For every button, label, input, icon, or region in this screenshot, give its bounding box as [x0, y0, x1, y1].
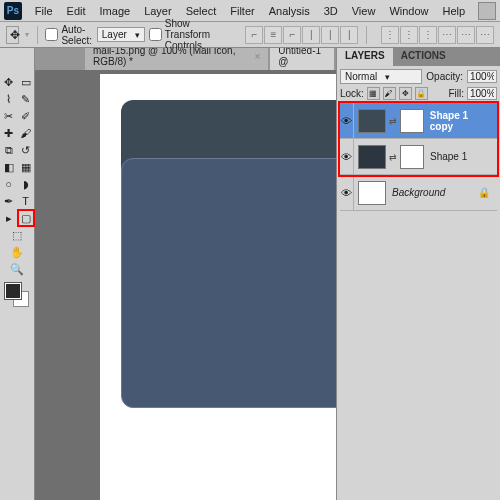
menu-edit[interactable]: Edit — [60, 5, 93, 17]
extras-icon[interactable] — [478, 2, 496, 20]
menu-image[interactable]: Image — [93, 5, 138, 17]
menu-window[interactable]: Window — [382, 5, 435, 17]
document-tab-2[interactable]: Untitled-1 @ — [270, 48, 334, 70]
layer-thumbnail[interactable] — [358, 181, 386, 205]
actions-panel-tab[interactable]: ACTIONS — [393, 48, 454, 66]
marquee-tool[interactable]: ▭ — [18, 74, 34, 90]
dodge-tool[interactable]: ◗ — [18, 176, 34, 192]
pen-tool[interactable]: ✒ — [1, 193, 17, 209]
menu-3d[interactable]: 3D — [317, 5, 345, 17]
menu-filter[interactable]: Filter — [223, 5, 261, 17]
eraser-tool[interactable]: ◧ — [1, 159, 17, 175]
auto-select-target-dropdown[interactable]: Layer — [97, 27, 145, 42]
quick-select-tool[interactable]: ✎ — [18, 91, 34, 107]
photoshop-logo-icon: Ps — [4, 2, 22, 20]
blend-mode-dropdown[interactable]: Normal — [340, 69, 422, 84]
auto-select-checkbox[interactable]: Auto-Select: — [45, 24, 92, 46]
layers-panel: Normal Opacity: Lock: ▦ 🖌 ✥ 🔒 Fill: 👁 ⇄ — [337, 66, 500, 500]
move-tool[interactable]: ✥ — [1, 74, 17, 90]
canvas-area: mail-15.png @ 100% (Mail Icon, RGB/8) *×… — [35, 48, 336, 500]
visibility-toggle-icon[interactable]: 👁 — [340, 139, 354, 175]
menu-file[interactable]: File — [28, 5, 60, 17]
align-hcenter-icon[interactable]: | — [321, 26, 339, 44]
workspace: ✥ ▭ ⌇ ✎ ✂ ✐ ✚ 🖌 ⧉ ↺ ◧ ▦ ○ ◗ ✒ T ▸ ▢ ⬚ ✋ … — [0, 48, 500, 500]
layers-panel-tab[interactable]: LAYERS — [337, 48, 393, 66]
layer-name[interactable]: Shape 1 — [430, 151, 467, 162]
distribute-right-icon[interactable]: ⋯ — [476, 26, 494, 44]
stamp-tool[interactable]: ⧉ — [1, 142, 17, 158]
right-panel: LAYERS ACTIONS Normal Opacity: Lock: ▦ 🖌… — [336, 48, 500, 500]
distribute-hcenter-icon[interactable]: ⋯ — [457, 26, 475, 44]
align-bottom-icon[interactable]: ⌐ — [283, 26, 301, 44]
eyedropper-tool[interactable]: ✐ — [18, 108, 34, 124]
layer-name[interactable]: Background — [392, 187, 445, 198]
lock-transparency-icon[interactable]: ▦ — [367, 87, 380, 100]
layer-row-shape-1-copy[interactable]: 👁 ⇄ Shape 1 copy — [340, 103, 497, 139]
vector-mask-thumbnail[interactable] — [400, 145, 424, 169]
distribute-top-icon[interactable]: ⋮ — [381, 26, 399, 44]
layer-thumbnail[interactable] — [358, 109, 386, 133]
3d-tool[interactable]: ⬚ — [9, 227, 25, 243]
move-tool-icon — [6, 26, 19, 44]
brush-tool[interactable]: 🖌 — [18, 125, 34, 141]
menu-layer[interactable]: Layer — [137, 5, 179, 17]
history-brush-tool[interactable]: ↺ — [18, 142, 34, 158]
zoom-tool[interactable]: 🔍 — [9, 261, 25, 277]
toolbox: ✥ ▭ ⌇ ✎ ✂ ✐ ✚ 🖌 ⧉ ↺ ◧ ▦ ○ ◗ ✒ T ▸ ▢ ⬚ ✋ … — [0, 48, 35, 500]
close-tab-icon[interactable]: × — [254, 51, 260, 62]
fill-label: Fill: — [448, 88, 464, 99]
separator — [366, 26, 367, 44]
layer-thumbnail[interactable] — [358, 145, 386, 169]
layer-row-shape-1[interactable]: 👁 ⇄ Shape 1 — [340, 139, 497, 175]
align-vcenter-icon[interactable]: ≡ — [264, 26, 282, 44]
auto-select-label: Auto-Select: — [61, 24, 92, 46]
visibility-toggle-icon[interactable]: 👁 — [340, 103, 354, 139]
rounded-rectangle-tool[interactable]: ▢ — [18, 210, 34, 226]
fill-input[interactable] — [467, 87, 497, 100]
tool-preset-dropdown-icon[interactable]: ▾ — [25, 30, 29, 39]
lock-icon: 🔒 — [478, 187, 490, 198]
layer-row-background[interactable]: 👁 Background 🔒 — [340, 175, 497, 211]
opacity-input[interactable] — [467, 70, 497, 83]
canvas-shape-1[interactable] — [121, 158, 336, 408]
type-tool[interactable]: T — [18, 193, 34, 209]
distribute-left-icon[interactable]: ⋯ — [438, 26, 456, 44]
color-swatch[interactable] — [5, 283, 29, 307]
path-select-tool[interactable]: ▸ — [1, 210, 17, 226]
distribute-vcenter-icon[interactable]: ⋮ — [400, 26, 418, 44]
document-tab-bar: mail-15.png @ 100% (Mail Icon, RGB/8) *×… — [35, 48, 336, 70]
separator — [37, 26, 38, 44]
menu-select[interactable]: Select — [179, 5, 224, 17]
distribute-bottom-icon[interactable]: ⋮ — [419, 26, 437, 44]
distribute-buttons-group: ⋮ ⋮ ⋮ ⋯ ⋯ ⋯ — [381, 26, 494, 44]
lock-label: Lock: — [340, 88, 364, 99]
healing-tool[interactable]: ✚ — [1, 125, 17, 141]
document-tab-1[interactable]: mail-15.png @ 100% (Mail Icon, RGB/8) *× — [85, 48, 268, 70]
align-top-icon[interactable]: ⌐ — [245, 26, 263, 44]
main-menu-bar: Ps File Edit Image Layer Select Filter A… — [0, 0, 500, 22]
blur-tool[interactable]: ○ — [1, 176, 17, 192]
menu-help[interactable]: Help — [436, 5, 473, 17]
show-transform-checkbox[interactable]: Show Transform Controls — [149, 18, 236, 51]
lasso-tool[interactable]: ⌇ — [1, 91, 17, 107]
opacity-label: Opacity: — [426, 71, 463, 82]
vector-mask-link-icon[interactable]: ⇄ — [389, 116, 397, 126]
align-right-icon[interactable]: | — [340, 26, 358, 44]
foreground-color-swatch[interactable] — [5, 283, 21, 299]
gradient-tool[interactable]: ▦ — [18, 159, 34, 175]
vector-mask-thumbnail[interactable] — [400, 109, 424, 133]
visibility-toggle-icon[interactable]: 👁 — [340, 175, 354, 211]
layer-name[interactable]: Shape 1 copy — [430, 110, 494, 132]
lock-all-icon[interactable]: 🔒 — [415, 87, 428, 100]
align-left-icon[interactable]: | — [302, 26, 320, 44]
highlighted-layers-group: 👁 ⇄ Shape 1 copy 👁 ⇄ Shape 1 — [340, 103, 497, 175]
menu-analysis[interactable]: Analysis — [262, 5, 317, 17]
show-transform-label: Show Transform Controls — [165, 18, 236, 51]
vector-mask-link-icon[interactable]: ⇄ — [389, 152, 397, 162]
options-bar: ▾ Auto-Select: Layer Show Transform Cont… — [0, 22, 500, 48]
menu-view[interactable]: View — [345, 5, 383, 17]
lock-position-icon[interactable]: ✥ — [399, 87, 412, 100]
lock-paint-icon[interactable]: 🖌 — [383, 87, 396, 100]
hand-tool[interactable]: ✋ — [9, 244, 25, 260]
crop-tool[interactable]: ✂ — [1, 108, 17, 124]
